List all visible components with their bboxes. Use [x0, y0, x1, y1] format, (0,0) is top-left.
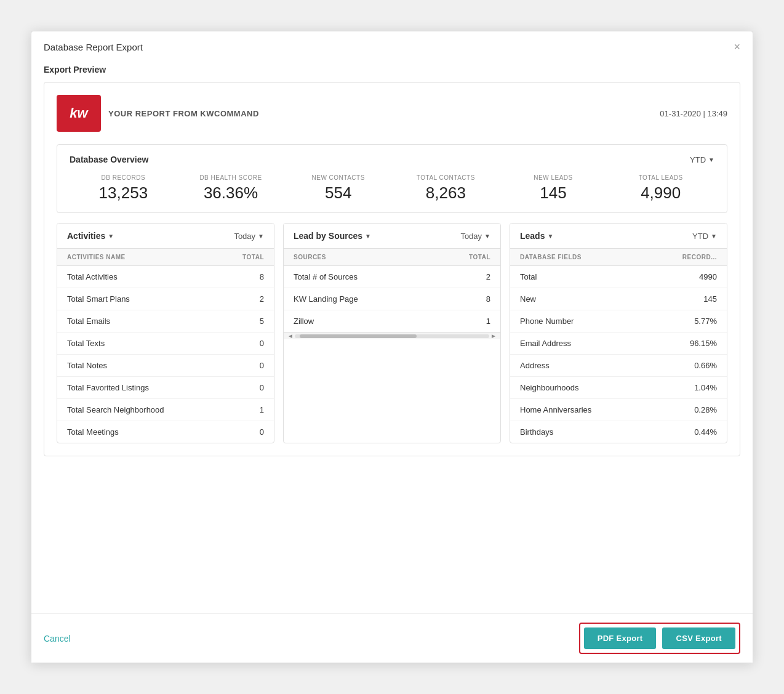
activity-name: Total Meetings	[57, 421, 217, 443]
lead-by-sources-panel-title[interactable]: Lead by Sources ▼	[294, 231, 371, 241]
scroll-track	[295, 334, 489, 338]
lead-by-sources-panel-header: Lead by Sources ▼ Today ▼	[284, 224, 500, 248]
source-value: 1	[429, 310, 500, 333]
csv-export-button[interactable]: CSV Export	[662, 627, 735, 649]
stat-db-records-value: 13,253	[70, 184, 177, 203]
activities-col1-header: ACTIVITIES NAME	[57, 249, 217, 266]
report-from-text: YOUR REPORT FROM KWCOMMAND	[108, 109, 259, 118]
leads-field-value: 4990	[646, 266, 727, 288]
stat-new-contacts-value: 554	[284, 184, 392, 203]
activity-value: 0	[217, 355, 274, 377]
leads-field-value: 0.44%	[646, 421, 727, 443]
source-value: 8	[429, 288, 500, 310]
lead-by-sources-scrollbar[interactable]: ◄ ►	[284, 332, 500, 339]
scroll-left-arrow[interactable]: ◄	[286, 333, 295, 339]
table-row: Phone Number5.77%	[510, 310, 727, 333]
activity-value: 0	[217, 333, 274, 355]
leads-panel-title[interactable]: Leads ▼	[520, 231, 553, 241]
table-row: Total Smart Plans2	[57, 288, 274, 310]
db-stats-row: DB RECORDS 13,253 DB HEALTH SCORE 36.36%…	[70, 174, 714, 203]
leads-field-value: 5.77%	[646, 310, 727, 333]
leads-period-arrow: ▼	[711, 233, 717, 240]
stat-db-records-label: DB RECORDS	[70, 174, 177, 181]
table-row: Address0.66%	[510, 355, 727, 377]
db-overview-header: Database Overview YTD ▼	[70, 155, 714, 164]
stat-db-health: DB HEALTH SCORE 36.36%	[177, 174, 285, 203]
db-overview-period-selector[interactable]: YTD ▼	[690, 155, 714, 164]
scroll-right-arrow[interactable]: ►	[489, 333, 498, 339]
table-row: Total Meetings0	[57, 421, 274, 443]
lead-by-sources-panel: Lead by Sources ▼ Today ▼ SOURCES TOT	[283, 223, 501, 443]
table-row: Total Emails5	[57, 310, 274, 333]
close-icon[interactable]: ×	[734, 41, 740, 52]
table-row: Total Notes0	[57, 355, 274, 377]
leads-table-header-row: DATABASE FIELDS RECORD...	[510, 249, 727, 266]
table-row: Neighbourhoods1.04%	[510, 377, 727, 399]
leads-panel: Leads ▼ YTD ▼ DATABASE FIELDS RECORD.	[510, 223, 727, 443]
report-header: kw YOUR REPORT FROM KWCOMMAND 01-31-2020…	[57, 95, 727, 132]
activity-value: 5	[217, 310, 274, 333]
footer-buttons-group: PDF Export CSV Export	[579, 623, 740, 654]
stat-db-health-label: DB HEALTH SCORE	[177, 174, 285, 181]
pdf-export-button[interactable]: PDF Export	[584, 627, 657, 649]
stat-new-contacts: NEW CONTACTS 554	[284, 174, 392, 203]
table-row: Total Activities8	[57, 266, 274, 288]
leads-field-value: 96.15%	[646, 333, 727, 355]
panels-row: Activities ▼ Today ▼ ACTIVITIES NAME	[57, 223, 727, 443]
db-overview-dropdown-arrow: ▼	[708, 156, 714, 163]
leads-field-name: New	[510, 288, 646, 310]
modal-footer: Cancel PDF Export CSV Export	[31, 613, 753, 663]
export-preview-label: Export Preview	[44, 60, 740, 75]
leads-col2-header: RECORD...	[646, 249, 727, 266]
activity-value: 0	[217, 377, 274, 399]
leads-field-value: 0.28%	[646, 399, 727, 421]
activity-value: 8	[217, 266, 274, 288]
stat-new-leads: NEW LEADS 145	[500, 174, 607, 203]
stat-new-leads-value: 145	[500, 184, 607, 203]
activities-panel-header: Activities ▼ Today ▼	[57, 224, 274, 248]
leads-field-value: 0.66%	[646, 355, 727, 377]
leads-field-name: Address	[510, 355, 646, 377]
report-container: kw YOUR REPORT FROM KWCOMMAND 01-31-2020…	[44, 82, 740, 456]
modal-title: Database Report Export	[44, 42, 143, 52]
table-row: Zillow1	[284, 310, 500, 333]
db-overview-period-label: YTD	[690, 155, 706, 164]
lead-by-sources-period-selector[interactable]: Today ▼	[460, 232, 490, 241]
stat-total-contacts: TOTAL CONTACTS 8,263	[392, 174, 500, 203]
table-row: Total # of Sources2	[284, 266, 500, 288]
source-value: 2	[429, 266, 500, 288]
lead-by-sources-col1-header: SOURCES	[284, 249, 429, 266]
activity-value: 0	[217, 421, 274, 443]
stat-db-health-value: 36.36%	[177, 184, 285, 203]
lead-by-sources-col2-header: TOTAL	[429, 249, 500, 266]
leads-table: DATABASE FIELDS RECORD... Total4990New14…	[510, 248, 727, 443]
source-name: Total # of Sources	[284, 266, 429, 288]
activity-value: 1	[217, 399, 274, 421]
db-overview-section: Database Overview YTD ▼ DB RECORDS 13,25…	[57, 144, 727, 213]
cancel-link[interactable]: Cancel	[44, 634, 71, 644]
leads-field-name: Neighbourhoods	[510, 377, 646, 399]
kw-logo: kw YOUR REPORT FROM KWCOMMAND	[57, 95, 259, 132]
leads-title-arrow: ▼	[547, 233, 553, 240]
table-row: Total Search Neighborhood1	[57, 399, 274, 421]
activities-table: ACTIVITIES NAME TOTAL Total Activities8T…	[57, 248, 274, 443]
stat-new-leads-label: NEW LEADS	[500, 174, 607, 181]
table-row: KW Landing Page8	[284, 288, 500, 310]
activity-name: Total Notes	[57, 355, 217, 377]
leads-col1-header: DATABASE FIELDS	[510, 249, 646, 266]
modal-header: Database Report Export ×	[31, 31, 753, 60]
stat-total-leads-label: TOTAL LEADS	[607, 174, 714, 181]
lead-by-sources-period-arrow: ▼	[484, 233, 490, 240]
leads-period-selector[interactable]: YTD ▼	[692, 232, 717, 241]
lead-by-sources-table: SOURCES TOTAL Total # of Sources2KW Land…	[284, 248, 500, 332]
leads-field-value: 145	[646, 288, 727, 310]
activities-period-selector[interactable]: Today ▼	[234, 232, 264, 241]
source-name: KW Landing Page	[284, 288, 429, 310]
leads-field-name: Birthdays	[510, 421, 646, 443]
activities-panel-title[interactable]: Activities ▼	[67, 231, 114, 241]
leads-panel-header: Leads ▼ YTD ▼	[510, 224, 727, 248]
lead-by-sources-table-header-row: SOURCES TOTAL	[284, 249, 500, 266]
stat-total-leads: TOTAL LEADS 4,990	[607, 174, 714, 203]
activities-table-header-row: ACTIVITIES NAME TOTAL	[57, 249, 274, 266]
table-row: Total Favorited Listings0	[57, 377, 274, 399]
